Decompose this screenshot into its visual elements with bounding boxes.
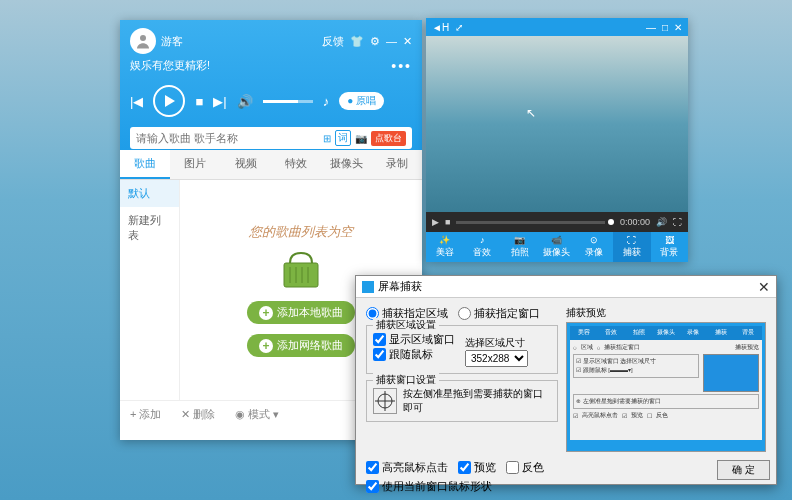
radio-window[interactable]: 捕获指定窗口	[458, 306, 540, 321]
minimize-icon[interactable]: —	[386, 35, 397, 47]
dialog-titlebar: 屏幕捕获 ✕	[356, 276, 776, 298]
fullscreen-icon[interactable]: ⛶	[673, 217, 682, 227]
feedback-link[interactable]: 反馈	[322, 34, 344, 49]
ok-button[interactable]: 确 定	[717, 460, 770, 480]
stop-button[interactable]: ■	[195, 94, 203, 109]
kge-badge[interactable]: 点歌台	[371, 131, 406, 146]
footer-add[interactable]: + 添加	[130, 407, 161, 422]
vp-volume-icon[interactable]: 🔊	[656, 217, 667, 227]
mini-tool: 美容	[570, 326, 597, 340]
gear-icon[interactable]: ⚙	[370, 35, 380, 48]
mini-tool: 摄像头	[652, 326, 679, 340]
expand-icon[interactable]: ⤢	[455, 22, 463, 33]
tool-background[interactable]: 🖼背景	[651, 232, 688, 262]
video-player-window: ◄H ⤢ — □ ✕ ↖ ▶ ■ 0:00:00 🔊 ⛶ ✨美容 ♪音效 📷拍照…	[426, 18, 688, 262]
tab-effects[interactable]: 特效	[271, 150, 321, 179]
tab-videos[interactable]: 视频	[221, 150, 271, 179]
add-net-label: 添加网络歌曲	[277, 338, 343, 353]
size-label: 选择区域尺寸	[465, 336, 528, 350]
dialog-close-icon[interactable]: ✕	[758, 279, 770, 295]
mini-tool: 拍照	[625, 326, 652, 340]
volume-slider[interactable]	[263, 100, 313, 103]
capture-preview: 美容 音效 拍照 摄像头 录像 捕获 背景 ○区域○捕获指定窗口捕获预览 ☑ 显…	[566, 322, 766, 452]
avatar[interactable]	[130, 28, 156, 54]
footer-mode[interactable]: ◉ 模式 ▾	[235, 407, 279, 422]
tab-songs[interactable]: 歌曲	[120, 150, 170, 179]
add-local-button[interactable]: +添加本地歌曲	[247, 301, 355, 324]
player-tabs: 歌曲 图片 视频 特效 摄像头 录制	[120, 150, 422, 180]
mini-tool: 音效	[597, 326, 624, 340]
tool-sound[interactable]: ♪音效	[463, 232, 500, 262]
mini-preview-box	[703, 354, 759, 392]
tool-capture[interactable]: ⛶捕获	[613, 232, 650, 262]
dialog-title: 屏幕捕获	[378, 279, 422, 294]
size-select[interactable]: 352x288	[465, 350, 528, 367]
svg-rect-1	[284, 263, 318, 287]
shirt-icon[interactable]: 👕	[350, 35, 364, 48]
mini-tool: 背景	[735, 326, 762, 340]
vp-close-icon[interactable]: ✕	[674, 22, 682, 33]
time-display: 0:00:00	[620, 217, 650, 227]
check-use-cursor[interactable]: 使用当前窗口鼠标形状	[366, 479, 766, 494]
tool-beauty[interactable]: ✨美容	[426, 232, 463, 262]
username: 游客	[161, 34, 322, 49]
progress-slider[interactable]	[456, 221, 605, 224]
check-invert[interactable]: 反色	[506, 460, 544, 475]
check-show-window[interactable]: 显示区域窗口	[373, 332, 455, 347]
add-local-label: 添加本地歌曲	[277, 305, 343, 320]
svg-point-0	[140, 35, 146, 41]
cursor-icon: ↖	[526, 106, 536, 120]
window-group-title: 捕获窗口设置	[373, 373, 439, 387]
tab-record[interactable]: 录制	[372, 150, 422, 179]
vp-stop-button[interactable]: ■	[445, 217, 450, 227]
shuffle-icon[interactable]: ♪	[323, 94, 330, 109]
video-toolbar: ✨美容 ♪音效 📷拍照 📹摄像头 ⊙录像 ⛶捕获 🖼背景	[426, 232, 688, 262]
check-preview[interactable]: 预览	[458, 460, 496, 475]
dialog-icon	[362, 281, 374, 293]
video-viewport[interactable]: ↖	[426, 36, 688, 212]
video-titlebar: ◄H ⤢ — □ ✕	[426, 18, 688, 36]
footer-delete[interactable]: ✕ 删除	[181, 407, 215, 422]
add-network-button[interactable]: +添加网络歌曲	[247, 334, 355, 357]
close-icon[interactable]: ✕	[403, 35, 412, 48]
check-highlight[interactable]: 高亮鼠标点击	[366, 460, 448, 475]
next-track-button[interactable]: ▶|	[213, 94, 226, 109]
back-icon[interactable]: ◄H	[432, 22, 449, 33]
tab-images[interactable]: 图片	[170, 150, 220, 179]
grid-icon[interactable]: ⊞	[323, 133, 331, 144]
original-vocal-button[interactable]: ● 原唱	[339, 92, 384, 110]
video-controls: ▶ ■ 0:00:00 🔊 ⛶	[426, 212, 688, 232]
tool-photo[interactable]: 📷拍照	[501, 232, 538, 262]
preview-label: 捕获预览	[566, 306, 766, 320]
area-settings-group: 捕获区域设置 显示区域窗口 跟随鼠标 选择区域尺寸 352x288	[366, 325, 558, 374]
sidebar-item-newlist[interactable]: 新建列表	[120, 207, 179, 249]
progress-thumb[interactable]	[608, 219, 614, 225]
lyric-button[interactable]: 词	[335, 130, 351, 146]
crosshair-icon[interactable]	[373, 388, 397, 414]
camera-icon[interactable]: 📷	[355, 133, 367, 144]
sidebar-item-default[interactable]: 默认	[120, 180, 179, 207]
mini-tool: 捕获	[707, 326, 734, 340]
vp-minimize-icon[interactable]: —	[646, 22, 656, 33]
more-dots-icon[interactable]: •••	[391, 58, 412, 74]
empty-text: 您的歌曲列表为空	[249, 223, 353, 241]
tool-camera[interactable]: 📹摄像头	[538, 232, 575, 262]
vp-maximize-icon[interactable]: □	[662, 22, 668, 33]
vp-play-button[interactable]: ▶	[432, 217, 439, 227]
window-settings-group: 捕获窗口设置 按左侧准星拖到需要捕获的窗口即可	[366, 380, 558, 422]
area-group-title: 捕获区域设置	[373, 318, 439, 332]
playlist-sidebar: 默认 新建列表	[120, 180, 180, 400]
player-header: 游客 反馈 👕 ⚙ — ✕ 娱乐有您更精彩!••• |◀ ■ ▶| 🔊 ♪ ● …	[120, 20, 422, 150]
check-follow-mouse[interactable]: 跟随鼠标	[373, 347, 455, 362]
prev-track-button[interactable]: |◀	[130, 94, 143, 109]
slogan: 娱乐有您更精彩!	[130, 59, 210, 71]
basket-icon	[276, 251, 326, 291]
volume-icon[interactable]: 🔊	[237, 94, 253, 109]
mini-tool: 录像	[680, 326, 707, 340]
search-input[interactable]	[136, 132, 323, 144]
tab-camera[interactable]: 摄像头	[321, 150, 371, 179]
tool-record[interactable]: ⊙录像	[576, 232, 613, 262]
capture-dialog: 屏幕捕获 ✕ 捕获指定区域 捕获指定窗口 捕获区域设置 显示区域窗口 跟随鼠标 …	[355, 275, 777, 485]
play-button[interactable]	[153, 85, 185, 117]
window-hint: 按左侧准星拖到需要捕获的窗口即可	[403, 387, 551, 415]
